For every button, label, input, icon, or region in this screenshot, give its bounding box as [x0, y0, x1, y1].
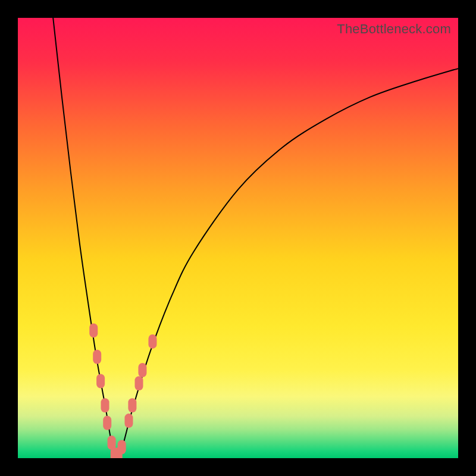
plot-area: TheBottleneck.com: [18, 18, 458, 458]
chart-svg: [18, 18, 458, 458]
curve-marker: [135, 376, 143, 390]
gradient-background: [18, 18, 458, 458]
watermark-text: TheBottleneck.com: [337, 21, 451, 37]
curve-marker: [148, 334, 156, 349]
curve-marker: [124, 414, 133, 428]
curve-marker: [93, 350, 101, 364]
curve-marker: [128, 398, 136, 412]
curve-marker: [101, 398, 109, 412]
curve-marker: [118, 440, 126, 455]
chart-frame: TheBottleneck.com: [0, 0, 476, 476]
curve-marker: [138, 363, 146, 377]
curve-marker: [89, 323, 98, 337]
curve-marker: [96, 374, 105, 389]
curve-marker: [103, 416, 111, 430]
